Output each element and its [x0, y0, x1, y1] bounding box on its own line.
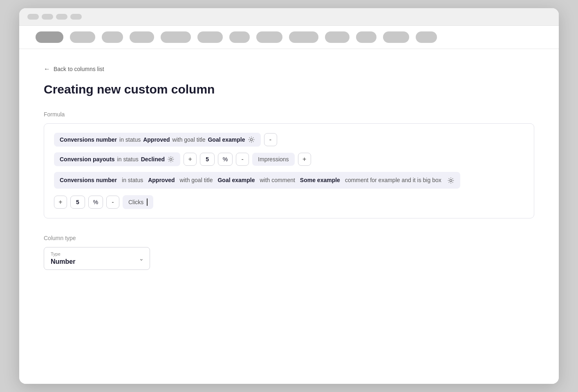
token-label-clicks: Clicks: [128, 199, 143, 205]
formula-row-2: Conversion payouts in status Declined + …: [54, 152, 524, 166]
browser-dots: [27, 14, 82, 20]
type-select[interactable]: Type Number ⌄: [44, 247, 150, 270]
nav-pill-6[interactable]: [229, 31, 250, 43]
nav-bar: [19, 26, 559, 49]
token-conversions-number-approved[interactable]: Conversions number in status Approved wi…: [54, 133, 261, 147]
nav-pill-7[interactable]: [256, 31, 282, 43]
type-select-label: Type: [51, 252, 143, 256]
op-minus-row1[interactable]: -: [264, 133, 277, 146]
nav-pill-active[interactable]: [36, 31, 63, 43]
nav-pill-2[interactable]: [102, 31, 123, 43]
formula-row-3: Conversions number in status Approved wi…: [54, 172, 524, 209]
op-minus-row2[interactable]: -: [236, 153, 249, 166]
nav-pill-12[interactable]: [416, 31, 437, 43]
nav-pill-9[interactable]: [325, 31, 349, 43]
nav-pill-8[interactable]: [289, 31, 318, 43]
nav-pill-1[interactable]: [70, 31, 95, 43]
op-plus-row2b[interactable]: +: [298, 153, 311, 166]
token-goal-example-2: Goal example: [217, 175, 255, 185]
pct-box-row3: %: [88, 196, 103, 209]
page-title: Creating new custom column: [44, 82, 534, 96]
column-type-section: Column type Type Number ⌄: [44, 235, 534, 270]
gear-icon-row1[interactable]: [248, 136, 255, 143]
token-impressions[interactable]: Impressions: [252, 153, 294, 166]
browser-chrome: [19, 8, 559, 26]
pct-box-row2: %: [218, 153, 233, 166]
token-with-comment: with comment: [260, 175, 295, 185]
token-clicks[interactable]: Clicks: [123, 195, 153, 209]
gear-icon-row2[interactable]: [167, 156, 175, 163]
gear-icon-row3[interactable]: [447, 177, 455, 184]
token-status-approved-1: Approved: [143, 136, 170, 143]
token-label-conv-num-2: Conversions number: [60, 175, 117, 185]
nav-pill-10[interactable]: [356, 31, 376, 43]
num-box-row3: 5: [70, 196, 85, 209]
token-with-goal-2: with goal title: [180, 175, 213, 185]
token-status-declined: Declined: [141, 156, 165, 163]
back-arrow-icon: ←: [44, 65, 50, 73]
token-in-status-1: in status: [119, 136, 141, 143]
token-label-conv-num: Conversions number: [60, 136, 117, 143]
token-comment-continued: comment for example and it is big box: [345, 175, 441, 185]
browser-window: ← Back to columns list Creating new cust…: [19, 8, 559, 384]
op-plus-row2a[interactable]: +: [184, 153, 197, 166]
browser-dot-1: [27, 14, 39, 20]
token-in-status-2: in status: [117, 156, 139, 163]
nav-pill-4[interactable]: [161, 31, 191, 43]
browser-dot-4: [70, 14, 82, 20]
type-select-value: Number: [51, 258, 143, 265]
browser-dot-2: [42, 14, 53, 20]
svg-point-0: [250, 138, 252, 140]
token-status-approved-2: Approved: [148, 175, 175, 185]
token-with-goal-1: with goal title: [173, 136, 206, 143]
token-label-impressions: Impressions: [258, 156, 289, 163]
svg-point-1: [170, 158, 172, 160]
token-conversion-payouts-declined[interactable]: Conversion payouts in status Declined: [54, 152, 180, 166]
token-goal-example-1: Goal example: [208, 136, 245, 143]
num-box-row2: 5: [200, 153, 215, 166]
formula-section-label: Formula: [44, 111, 534, 118]
chevron-down-icon: ⌄: [139, 255, 144, 262]
svg-point-2: [450, 179, 452, 181]
page-content: ← Back to columns list Creating new cust…: [19, 49, 559, 384]
nav-pill-3[interactable]: [130, 31, 154, 43]
nav-pill-11[interactable]: [383, 31, 409, 43]
back-link-text: Back to columns list: [54, 66, 104, 72]
op-plus-row3[interactable]: +: [54, 196, 67, 209]
token-label-conv-payouts: Conversion payouts: [60, 156, 115, 163]
token-in-status-3: in status: [122, 175, 143, 185]
nav-pill-5[interactable]: [197, 31, 223, 43]
formula-box: Conversions number in status Approved wi…: [44, 123, 534, 218]
browser-dot-3: [56, 14, 67, 20]
formula-row-1: Conversions number in status Approved wi…: [54, 133, 524, 147]
column-type-section-label: Column type: [44, 235, 534, 241]
token-comment-text: Some example: [300, 175, 340, 185]
back-link[interactable]: ← Back to columns list: [44, 65, 534, 73]
text-cursor: [147, 198, 148, 206]
formula-row-3-ops: + 5 % - Clicks: [54, 195, 153, 209]
token-conversions-number-approved-big[interactable]: Conversions number in status Approved wi…: [54, 172, 460, 189]
op-minus-row3[interactable]: -: [106, 196, 119, 209]
